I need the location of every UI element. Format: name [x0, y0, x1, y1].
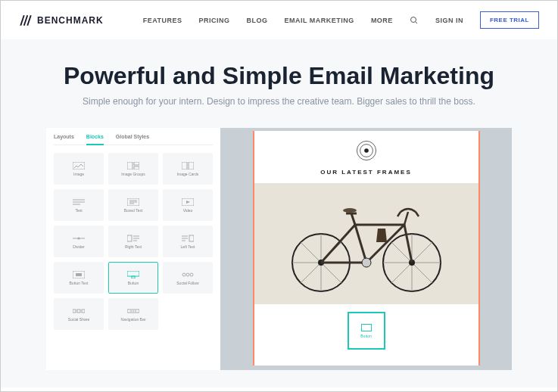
- svg-rect-4: [134, 166, 139, 170]
- block-button-text[interactable]: Button Text: [54, 262, 104, 294]
- canvas-content: OUR LATEST FRAMES: [254, 131, 479, 359]
- svg-rect-14: [127, 271, 139, 276]
- svg-point-39: [343, 208, 357, 213]
- svg-rect-13: [76, 273, 82, 276]
- svg-point-17: [186, 273, 189, 276]
- hero-subtitle: Simple enough for your intern. Design to…: [23, 96, 535, 107]
- svg-rect-20: [77, 310, 80, 313]
- svg-rect-3: [134, 162, 139, 165]
- block-right-text[interactable]: Right Text: [108, 226, 158, 257]
- svg-rect-19: [73, 310, 76, 313]
- block-social-share[interactable]: Social Share: [54, 298, 104, 330]
- bicycle-icon: [279, 191, 454, 297]
- svg-point-25: [364, 148, 369, 153]
- brand-badge-icon: [356, 140, 377, 161]
- block-divider[interactable]: Divider: [54, 226, 104, 257]
- svg-point-38: [362, 258, 371, 267]
- nav: FEATURES PRICING BLOG EMAIL MARKETING MO…: [143, 11, 539, 29]
- tab-layouts[interactable]: Layouts: [54, 134, 74, 140]
- tab-global-styles[interactable]: Global Styles: [116, 134, 149, 140]
- editor-mockup: Layouts Blocks Global Styles Image Image…: [46, 128, 512, 370]
- block-image[interactable]: Image: [54, 153, 104, 185]
- hero: Powerful and Simple Email Marketing Simp…: [1, 39, 557, 387]
- block-button[interactable]: Button: [108, 262, 158, 294]
- nav-features[interactable]: FEATURES: [143, 17, 182, 24]
- svg-point-0: [410, 17, 416, 22]
- product-image: [254, 183, 479, 304]
- svg-rect-2: [127, 162, 132, 170]
- logo[interactable]: BENCHMARK: [19, 14, 104, 27]
- button-drop-zone[interactable]: Button: [348, 312, 385, 350]
- block-image-cards[interactable]: Image Cards: [163, 153, 213, 185]
- nav-email-marketing[interactable]: EMAIL MARKETING: [285, 17, 354, 24]
- signin-link[interactable]: SIGN IN: [435, 17, 463, 24]
- logo-icon: [19, 14, 33, 27]
- drop-zone-label: Button: [360, 334, 371, 338]
- brand-name: BENCHMARK: [37, 15, 104, 26]
- svg-point-16: [182, 273, 185, 276]
- svg-rect-15: [132, 276, 135, 278]
- tab-blocks[interactable]: Blocks: [86, 134, 104, 145]
- block-left-text[interactable]: Left Text: [163, 226, 213, 257]
- block-social-follow[interactable]: Social Follow: [163, 262, 213, 294]
- svg-rect-10: [127, 235, 132, 241]
- svg-point-9: [78, 237, 80, 239]
- block-video[interactable]: Video: [163, 189, 213, 221]
- block-boxed-text[interactable]: Boxed Text: [108, 189, 158, 221]
- nav-more[interactable]: MORE: [371, 17, 393, 24]
- block-text[interactable]: Text: [54, 189, 104, 221]
- editor-sidebar: Layouts Blocks Global Styles Image Image…: [46, 128, 220, 370]
- svg-rect-11: [189, 235, 194, 241]
- canvas-heading: OUR LATEST FRAMES: [263, 169, 469, 176]
- button-drop-icon: [361, 324, 372, 331]
- editor-tabs: Layouts Blocks Global Styles: [54, 134, 213, 145]
- svg-rect-5: [182, 162, 187, 170]
- search-icon[interactable]: [410, 16, 419, 25]
- hero-title: Powerful and Simple Email Marketing: [23, 62, 535, 90]
- nav-pricing[interactable]: PRICING: [199, 17, 230, 24]
- block-grid: Image Image Groups Image Cards Text Boxe…: [54, 153, 213, 330]
- editor-canvas[interactable]: OUR LATEST FRAMES: [253, 131, 480, 366]
- editor-canvas-wrap: OUR LATEST FRAMES: [220, 128, 512, 370]
- free-trial-button[interactable]: FREE TRIAL: [480, 11, 539, 29]
- svg-rect-21: [82, 310, 85, 313]
- block-image-groups[interactable]: Image Groups: [108, 153, 158, 185]
- block-navigation-bar[interactable]: Navigation Bar: [108, 298, 158, 330]
- svg-point-18: [190, 273, 193, 276]
- svg-rect-6: [189, 162, 194, 170]
- header: BENCHMARK FEATURES PRICING BLOG EMAIL MA…: [1, 1, 557, 39]
- nav-blog[interactable]: BLOG: [247, 17, 268, 24]
